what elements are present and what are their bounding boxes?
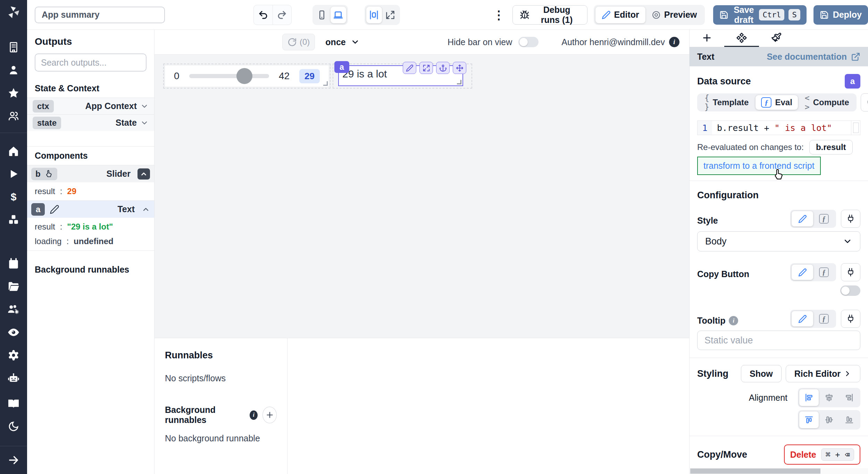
- variables-dollar-icon[interactable]: $: [0, 188, 27, 206]
- editor-scroll-gutter[interactable]: [851, 121, 860, 135]
- dependency-pill[interactable]: b.result: [809, 140, 853, 155]
- undo-button[interactable]: [254, 5, 273, 25]
- expand-component-button[interactable]: [419, 62, 433, 74]
- component-row-slider-b[interactable]: b Slider: [27, 165, 154, 182]
- connect-plug-button[interactable]: [861, 93, 868, 111]
- tooltip-connect-button[interactable]: [841, 310, 860, 328]
- collapse-slider-button[interactable]: [137, 168, 150, 180]
- styling-show-button[interactable]: Show: [741, 365, 782, 382]
- background-runnables-info-icon[interactable]: i: [250, 410, 258, 420]
- tab-template[interactable]: { }Template: [699, 95, 754, 110]
- transform-frontend-script-link[interactable]: transform to a frontend script: [703, 161, 815, 171]
- anchor-component-button[interactable]: [436, 62, 450, 74]
- style-connect-button[interactable]: [841, 210, 860, 228]
- align-right-button[interactable]: [840, 389, 859, 406]
- tab-editor[interactable]: Editor: [595, 7, 645, 23]
- align-left-button[interactable]: [799, 389, 819, 406]
- tab-global-styling[interactable]: [759, 30, 794, 47]
- save-draft-button[interactable]: Save draft Ctrl S: [713, 5, 806, 25]
- style-static-button[interactable]: [792, 211, 813, 226]
- author-info-icon[interactable]: i: [669, 37, 679, 47]
- run-mode-select[interactable]: once: [325, 37, 359, 47]
- text-result-field[interactable]: result: "29 is a lot": [27, 218, 154, 236]
- tooltip-static-button[interactable]: [792, 311, 813, 326]
- output-row-ctx[interactable]: ctx App Context: [27, 98, 154, 114]
- redo-button[interactable]: [273, 5, 291, 25]
- resize-handle[interactable]: [323, 81, 328, 86]
- ai-bot-icon[interactable]: [0, 369, 27, 387]
- tab-eval[interactable]: ƒEval: [756, 95, 798, 110]
- move-component-button[interactable]: [453, 62, 466, 74]
- audit-eye-icon[interactable]: [0, 323, 27, 341]
- slider-track[interactable]: [189, 74, 269, 78]
- tab-component-settings[interactable]: [724, 30, 759, 47]
- mobile-view-button[interactable]: [314, 7, 330, 23]
- tab-preview[interactable]: Preview: [645, 7, 703, 23]
- align-top-button[interactable]: [799, 411, 819, 428]
- refresh-button[interactable]: (0): [282, 34, 315, 50]
- output-row-state[interactable]: state State: [27, 114, 154, 131]
- home-icon[interactable]: [0, 142, 27, 160]
- runs-play-icon[interactable]: [0, 165, 27, 183]
- favorites-star-icon[interactable]: [0, 84, 27, 102]
- center-canvas-button[interactable]: [366, 7, 382, 23]
- add-background-runnable-button[interactable]: [262, 407, 277, 423]
- folders-icon[interactable]: [0, 277, 27, 296]
- grid-cell-slider[interactable]: 0 42 29: [163, 64, 331, 89]
- tab-insert-component[interactable]: [690, 30, 724, 47]
- component-row-text-a[interactable]: a Text: [27, 200, 154, 218]
- hide-bar-toggle[interactable]: [518, 37, 539, 47]
- more-options-kebab-menu[interactable]: ⋮: [493, 9, 505, 21]
- tooltip-eval-button[interactable]: ƒ: [813, 311, 835, 326]
- edit-component-button[interactable]: [403, 62, 416, 74]
- slider-component[interactable]: 0 42 29: [165, 65, 329, 87]
- resources-boxes-icon[interactable]: [0, 211, 27, 229]
- component-a-id-badge[interactable]: a: [31, 203, 45, 216]
- debug-runs-button[interactable]: Debug runs (1): [512, 5, 587, 25]
- copy-button-connect-button[interactable]: [841, 263, 860, 281]
- style-eval-button[interactable]: ƒ: [813, 211, 835, 226]
- transform-frontend-script-box[interactable]: transform to a frontend script: [697, 157, 821, 175]
- slider-result-field[interactable]: result: 29: [27, 182, 154, 200]
- eval-code-editor[interactable]: 1 b.result + " is a lot": [697, 120, 860, 135]
- copy-button-toggle[interactable]: [840, 285, 860, 296]
- delete-component-button[interactable]: Delete ⌘ + ⌫: [784, 444, 860, 465]
- copy-button-static-button[interactable]: [792, 265, 813, 280]
- dark-mode-moon-icon[interactable]: [0, 417, 27, 435]
- copy-button-eval-button[interactable]: ƒ: [813, 265, 835, 280]
- workspace-building-icon[interactable]: [0, 38, 27, 56]
- align-center-v-button[interactable]: [819, 411, 839, 428]
- app-summary-input[interactable]: [35, 7, 165, 23]
- collapse-arrow-right-icon[interactable]: [0, 451, 27, 469]
- docs-book-icon[interactable]: [0, 394, 27, 413]
- align-center-h-button[interactable]: [819, 389, 839, 406]
- slider-handle[interactable]: [236, 68, 252, 84]
- tab-compute[interactable]: < >Compute: [799, 95, 855, 110]
- text-loading-field[interactable]: loading: undefined: [27, 236, 154, 251]
- style-select[interactable]: Body: [697, 231, 860, 251]
- code-string-literal[interactable]: " is a lot": [775, 123, 832, 133]
- search-outputs-input[interactable]: [35, 53, 147, 72]
- see-documentation-link[interactable]: See documentation: [767, 52, 860, 62]
- fullscreen-canvas-button[interactable]: [383, 7, 398, 23]
- align-bottom-button[interactable]: [840, 411, 859, 428]
- canvas-grid[interactable]: 0 42 29 a 29 is a lot: [155, 55, 689, 338]
- settings-gear-icon[interactable]: [0, 346, 27, 364]
- user-icon[interactable]: [0, 61, 27, 79]
- scrollbar-thumb[interactable]: [690, 468, 820, 474]
- workers-users-gear-icon[interactable]: [0, 300, 27, 318]
- code-expression[interactable]: b.result +: [717, 123, 775, 133]
- tooltip-input[interactable]: [697, 331, 860, 350]
- rich-editor-button[interactable]: Rich Editor: [786, 365, 860, 382]
- tooltip-info-icon[interactable]: i: [729, 316, 738, 325]
- horizontal-scrollbar[interactable]: [690, 468, 868, 474]
- groups-icon[interactable]: [0, 107, 27, 125]
- schedules-calendar-icon[interactable]: [0, 255, 27, 273]
- deploy-button[interactable]: Deploy: [813, 5, 868, 25]
- text-component-selected[interactable]: a 29 is a lot: [338, 65, 463, 86]
- grid-cell-text[interactable]: a 29 is a lot: [333, 64, 472, 89]
- resize-handle[interactable]: [457, 80, 461, 84]
- windmill-logo-icon[interactable]: [6, 5, 21, 19]
- desktop-view-button[interactable]: [331, 7, 346, 23]
- component-b-id-pill[interactable]: b: [31, 168, 57, 180]
